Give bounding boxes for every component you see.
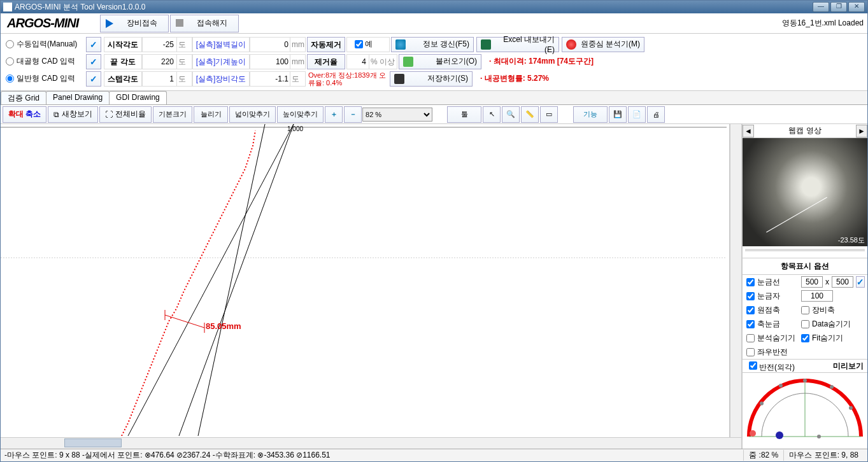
zoom-select[interactable]: 82 % [362,108,432,122]
full-ratio-label: 전체비율 [115,109,146,120]
radio-manual-label: 수동입력(Manual) [17,39,77,50]
radio-general-cad[interactable] [6,74,14,83]
cursor-icon-button[interactable]: ↖ [483,106,501,123]
scroll-thumb[interactable] [64,438,122,447]
zoom-in-out-button[interactable]: 확대 축소 [3,106,46,123]
chk-fit-hide[interactable] [801,334,809,342]
default-size-button[interactable]: 기본크기 [153,106,192,123]
logo-text: ARGOS-MINI [1,16,99,31]
scrollbar-vertical[interactable] [730,124,741,437]
full-ratio-icon: ⛶ [105,110,113,119]
webcam-view: -23.58도 [743,138,867,246]
auto-remove-check-label: 예 [365,39,373,50]
tab-panel-drawing[interactable]: Panel Drawing [46,91,110,104]
grid-apply-button[interactable]: ✓ [856,276,865,288]
machine-height-value[interactable]: 100 [250,54,290,69]
end-angle-value[interactable]: 220 [142,54,177,69]
check-large-cad[interactable]: ✓ [86,54,101,69]
webcam-prev-button[interactable]: ◄ [743,125,754,137]
close-button[interactable]: ✕ [848,2,865,12]
chk-fit-hide-label: Fit숨기기 [812,333,843,344]
full-ratio-button[interactable]: ⛶전체비율 [99,106,152,123]
chk-data-hide[interactable] [801,320,809,328]
check-manual[interactable]: ✓ [86,37,101,52]
copy-icon-button[interactable]: 📄 [628,106,646,123]
start-angle-value[interactable]: -25 [142,37,177,52]
ruler-icon-button[interactable]: 📏 [521,106,539,123]
chk-equip-axis[interactable] [801,306,809,314]
ruler-input[interactable] [801,290,833,302]
stop-icon [176,19,185,28]
analyze-icon [566,39,576,50]
radio-general-cad-label: 일반형 CAD 입력 [17,73,75,84]
auto-remove-check[interactable] [355,40,363,48]
chk-origin-axis-label: 원점축 [757,305,780,316]
preview-canvas [743,373,867,449]
chk-gridline[interactable] [746,278,755,286]
fit-height-button[interactable]: 높이맞추기 [277,106,324,123]
radio-large-cad[interactable] [6,57,14,66]
wall-length-label[interactable]: [실측]절벽길이 [192,37,250,52]
analyze-button[interactable]: 원중심 분석기(M) [562,37,644,52]
chk-ruler-label: 눈금자 [757,291,780,302]
maximize-button[interactable]: ❐ [830,2,847,12]
options-header: 항목표시 옵션 [743,258,867,275]
canvas-svg [1,124,727,436]
chk-ruler[interactable] [746,292,755,300]
chk-gridline-label: 눈금선 [757,277,780,288]
webcam-title: 웹캡 영상 [754,125,856,136]
check-general-cad[interactable]: ✓ [86,71,101,87]
tab-verify-grid[interactable]: 검증 Grid [1,91,46,104]
chk-analysis-hide[interactable] [746,334,755,342]
chk-axis-grid[interactable] [746,320,755,328]
select-icon-button[interactable]: ▭ [540,106,558,123]
function-button[interactable]: 기능 [573,106,608,123]
wall-length-value[interactable]: 0 [250,37,290,52]
load-button[interactable]: 불러오기(O) [399,54,481,69]
svg-point-18 [817,435,821,438]
webcam-slider[interactable] [743,246,867,258]
step-angle-value[interactable]: 1 [142,71,177,87]
plus-icon-button[interactable]: ＋ [325,106,343,123]
remove-rate-unit: % 이상 [369,54,397,69]
print-icon-button[interactable]: 🖨 [647,106,665,123]
magnify-icon-button[interactable]: 🔍 [502,106,520,123]
preview-label: 미리보기 [833,361,864,372]
grid-x-input[interactable] [801,276,823,288]
auto-remove-button[interactable]: 자동제거 [307,37,345,52]
save-button[interactable]: 저장하기(S) [390,71,473,87]
chk-flip-lr[interactable] [746,348,755,356]
scrollbar-horizontal[interactable] [1,437,741,449]
chk-origin-axis[interactable] [746,306,755,314]
chk-flip-outer[interactable] [749,361,757,370]
stretch-button[interactable]: 늘리기 [194,106,228,123]
max-gap-text: · 최대이격: 174mm [74도구간] [483,56,594,67]
fit-width-button[interactable]: 넓이맞추기 [229,106,276,123]
disconnect-button[interactable]: 접속해지 [170,15,239,32]
machine-height-label[interactable]: [실측]기계높이 [192,54,250,69]
drawing-canvas[interactable]: 1,000 [1,124,730,437]
minimize-button[interactable]: — [813,2,829,12]
connect-button[interactable]: 장비접속 [100,15,169,32]
remove-rate-button[interactable]: 제거율 [307,54,345,69]
minus-icon-button[interactable]: － [344,106,362,123]
save-icon-button[interactable]: 💾 [609,106,627,123]
radio-manual[interactable] [6,40,14,48]
status-mouse: -마우스 포인트: 9 x 88 -실제에서 포인트: ⊗476.64 ⊘236… [4,450,331,461]
excel-export-button[interactable]: Excel 내보내기(E) [476,37,559,52]
equip-angle-unit: 도 [290,71,306,87]
remove-rate-value[interactable]: 4 [346,54,369,69]
new-view-icon: ⧉ [53,110,59,119]
step-angle-unit: 도 [177,71,192,87]
grid-y-input[interactable] [832,276,853,288]
new-view-label: 새창보기 [62,109,92,120]
refresh-button[interactable]: 정보 갱신(F5) [391,37,474,52]
tab-gdi-drawing[interactable]: GDI Drawing [109,91,167,104]
equip-angle-value[interactable]: -1.1 [250,71,290,87]
equip-angle-label[interactable]: [실측]장비각도 [192,71,250,87]
titlebar: ARGOS-MINI 분석 Tool Version1.0.0.0 — ❐ ✕ [1,1,867,13]
svg-line-3 [179,124,294,436]
webcam-next-button[interactable]: ► [856,125,867,137]
tools-button[interactable]: 툴 [447,106,481,123]
new-view-button[interactable]: ⧉새창보기 [48,106,98,123]
